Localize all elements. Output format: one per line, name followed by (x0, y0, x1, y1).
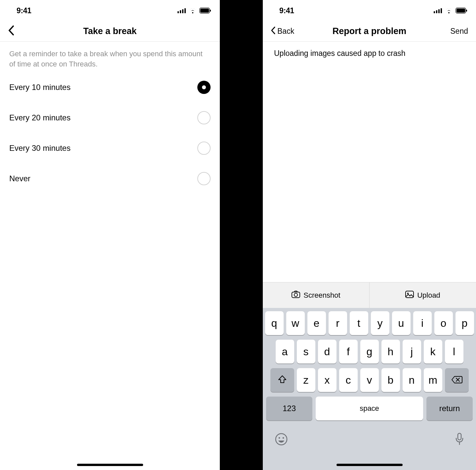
svg-rect-10 (441, 8, 442, 13)
svg-point-18 (276, 434, 287, 445)
phone-take-a-break: 9:41 Take a break Get a remin (0, 0, 220, 470)
home-indicator[interactable] (337, 464, 403, 466)
keyboard-key-x[interactable]: x (318, 368, 337, 392)
status-time: 9:41 (17, 6, 31, 15)
description-text: Get a reminder to take a break when you … (0, 42, 220, 72)
keyboard-key-r[interactable]: r (329, 311, 347, 335)
cellular-icon (434, 8, 442, 13)
dictation-button[interactable] (455, 433, 464, 447)
keyboard-key-t[interactable]: t (350, 311, 368, 335)
upload-button[interactable]: Upload (369, 282, 476, 308)
page-title: Take a break (0, 26, 220, 36)
svg-point-19 (279, 437, 280, 439)
option-row[interactable]: Every 10 minutes (9, 72, 211, 103)
keyboard-key-v[interactable]: v (360, 368, 379, 392)
svg-rect-0 (178, 11, 179, 13)
svg-rect-8 (436, 10, 437, 13)
wifi-icon (445, 8, 453, 14)
problem-text-input[interactable]: Uploading images caused app to crash (263, 42, 476, 65)
option-label: Never (9, 174, 30, 183)
keyboard-key-p[interactable]: p (456, 311, 474, 335)
keyboard: qwertyuiop asdfghjkl zxcvbnm 123 space r… (263, 308, 476, 470)
back-button[interactable]: Back (271, 26, 294, 36)
status-bar: 9:41 (263, 0, 476, 21)
status-icons (434, 8, 467, 14)
option-label: Every 10 minutes (9, 83, 70, 92)
image-icon (405, 291, 414, 300)
page-title: Report a problem (263, 26, 476, 36)
battery-icon (199, 8, 211, 14)
cellular-icon (178, 8, 186, 13)
keyboard-key-g[interactable]: g (360, 340, 379, 363)
keyboard-key-y[interactable]: y (371, 311, 389, 335)
keyboard-key-z[interactable]: z (297, 368, 315, 392)
shift-icon (278, 374, 287, 386)
upload-label: Upload (417, 291, 440, 300)
keyboard-key-m[interactable]: m (424, 368, 442, 392)
svg-rect-13 (466, 10, 467, 12)
attachment-bar: Screenshot Upload (263, 282, 476, 308)
svg-rect-16 (406, 291, 414, 298)
option-row[interactable]: Never (9, 163, 211, 194)
option-radio[interactable] (197, 81, 211, 94)
keyboard-key-f[interactable]: f (339, 340, 358, 363)
keyboard-key-w[interactable]: w (286, 311, 305, 335)
keyboard-key-c[interactable]: c (339, 368, 358, 392)
emoji-button[interactable] (275, 433, 288, 447)
svg-rect-5 (200, 9, 209, 13)
keyboard-key-a[interactable]: a (276, 340, 294, 363)
svg-point-20 (283, 437, 284, 439)
keyboard-key-b[interactable]: b (381, 368, 400, 392)
options-list: Every 10 minutesEvery 20 minutesEvery 30… (0, 72, 220, 194)
keyboard-key-n[interactable]: n (403, 368, 421, 392)
keyboard-numeric-button[interactable]: 123 (266, 397, 312, 420)
svg-rect-21 (458, 433, 461, 440)
svg-rect-7 (434, 11, 435, 13)
svg-rect-1 (180, 10, 181, 13)
svg-point-15 (294, 293, 298, 296)
option-row[interactable]: Every 20 minutes (9, 103, 211, 133)
status-bar: 9:41 (0, 0, 220, 21)
camera-icon (292, 291, 300, 300)
keyboard-shift-key[interactable] (270, 368, 294, 392)
svg-rect-3 (184, 8, 186, 13)
keyboard-key-s[interactable]: s (297, 340, 315, 363)
keyboard-key-e[interactable]: e (307, 311, 326, 335)
option-radio[interactable] (197, 142, 211, 155)
back-label: Back (277, 27, 294, 36)
keyboard-key-j[interactable]: j (403, 340, 421, 363)
keyboard-space-key[interactable]: space (316, 397, 423, 420)
backspace-icon (451, 374, 462, 386)
keyboard-key-u[interactable]: u (392, 311, 411, 335)
chevron-left-icon (271, 26, 275, 36)
status-icons (178, 8, 211, 14)
wifi-icon (189, 8, 197, 14)
keyboard-key-d[interactable]: d (318, 340, 337, 363)
keyboard-key-l[interactable]: l (445, 340, 463, 363)
svg-rect-6 (210, 10, 211, 12)
keyboard-return-key[interactable]: return (426, 397, 473, 420)
keyboard-key-i[interactable]: i (413, 311, 432, 335)
send-button[interactable]: Send (450, 27, 468, 36)
phone-report-a-problem: 9:41 Back Report a problem (263, 0, 476, 470)
svg-point-17 (407, 292, 409, 294)
option-radio[interactable] (197, 172, 211, 185)
keyboard-key-o[interactable]: o (434, 311, 453, 335)
option-row[interactable]: Every 30 minutes (9, 133, 211, 163)
svg-rect-2 (182, 9, 183, 13)
screenshot-label: Screenshot (303, 291, 340, 300)
home-indicator[interactable] (77, 464, 143, 466)
svg-rect-9 (438, 9, 440, 13)
option-radio[interactable] (197, 111, 211, 124)
nav-bar: Back Report a problem Send (263, 21, 476, 42)
chevron-left-icon (8, 25, 14, 37)
keyboard-key-q[interactable]: q (265, 311, 284, 335)
svg-rect-12 (456, 9, 465, 13)
status-time: 9:41 (279, 6, 294, 15)
keyboard-key-h[interactable]: h (381, 340, 400, 363)
keyboard-backspace-key[interactable] (445, 368, 469, 392)
screenshot-button[interactable]: Screenshot (263, 282, 369, 308)
option-label: Every 20 minutes (9, 113, 70, 122)
keyboard-key-k[interactable]: k (424, 340, 442, 363)
back-button[interactable] (8, 25, 16, 37)
